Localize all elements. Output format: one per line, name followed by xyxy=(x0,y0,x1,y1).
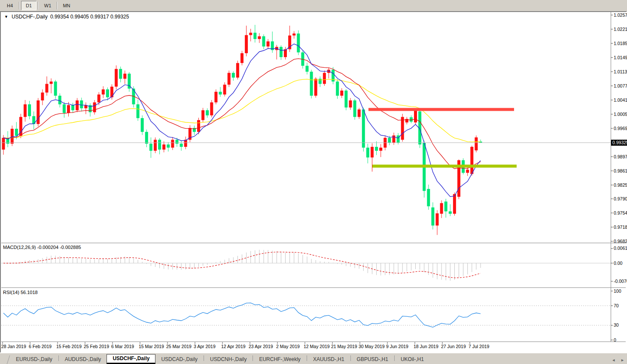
chart-title: ▼ USDCHF-,Daily 0.99354 0.99405 0.99317 … xyxy=(4,14,129,20)
tab-scroll-left-icon[interactable]: ◄ xyxy=(612,358,615,362)
tab-eurchf-weekly[interactable]: EURCHF-,Weekly xyxy=(253,355,306,364)
toolbar-separator xyxy=(19,2,20,9)
tab-ukoil-h1[interactable]: UKOil-,H1 xyxy=(395,355,429,364)
timeframe-button-w1[interactable]: W1 xyxy=(40,1,55,10)
tab-usdcnh-daily[interactable]: USDCNH-,Daily xyxy=(204,355,252,364)
chart-symbol-label: USDCHF-,Daily xyxy=(12,14,48,20)
symbol-dropdown-icon[interactable]: ▼ xyxy=(4,15,8,19)
rsi-indicator-label: RSI(14) 56.1018 xyxy=(3,290,38,295)
tab-separator xyxy=(350,355,351,361)
tab-audusd-daily[interactable]: AUDUSD-,Daily xyxy=(59,355,107,364)
chart-window xyxy=(0,11,627,353)
tab-separator xyxy=(253,355,253,361)
chart-tab-bar: EURUSD-,DailyAUDUSD-,DailyUSDCHF-,DailyU… xyxy=(0,353,627,364)
tab-xauusd-h1[interactable]: XAUUSD-,H1 xyxy=(307,355,350,364)
tab-separator xyxy=(204,355,204,361)
tab-usdchf-daily[interactable]: USDCHF-,Daily xyxy=(107,354,155,364)
timeframe-button-d1[interactable]: D1 xyxy=(21,1,37,10)
toolbar-separator xyxy=(38,2,39,9)
tab-scroll-arrows: ◄ ► xyxy=(612,358,624,362)
timeframe-button-mn[interactable]: MN xyxy=(59,1,74,10)
macd-indicator-label: MACD(12,26,9) -0.000204 -0.002885 xyxy=(3,245,81,250)
tab-separator xyxy=(307,355,307,361)
chart-ohlc-values: 0.99354 0.99405 0.99317 0.99325 xyxy=(50,14,129,20)
tab-separator xyxy=(58,355,59,361)
tab-gbpusd-h1[interactable]: GBPUSD-,H1 xyxy=(351,355,394,364)
timeframe-button-h4[interactable]: H4 xyxy=(2,1,18,10)
timeframe-toolbar: H4D1W1MN xyxy=(0,0,627,11)
tab-bar-notch xyxy=(4,355,10,364)
tab-separator xyxy=(394,355,395,361)
mt4-workspace: { "toolbar":{ "buttons":[ {"label":"H4",… xyxy=(0,0,627,364)
tab-scroll-right-icon[interactable]: ► xyxy=(621,358,624,362)
tab-usdcad-daily[interactable]: USDCAD-,Daily xyxy=(155,355,203,364)
tabs-host: EURUSD-,DailyAUDUSD-,DailyUSDCHF-,DailyU… xyxy=(10,354,429,364)
toolbar-separator xyxy=(57,2,58,9)
tab-eurusd-daily[interactable]: EURUSD-,Daily xyxy=(10,355,58,364)
